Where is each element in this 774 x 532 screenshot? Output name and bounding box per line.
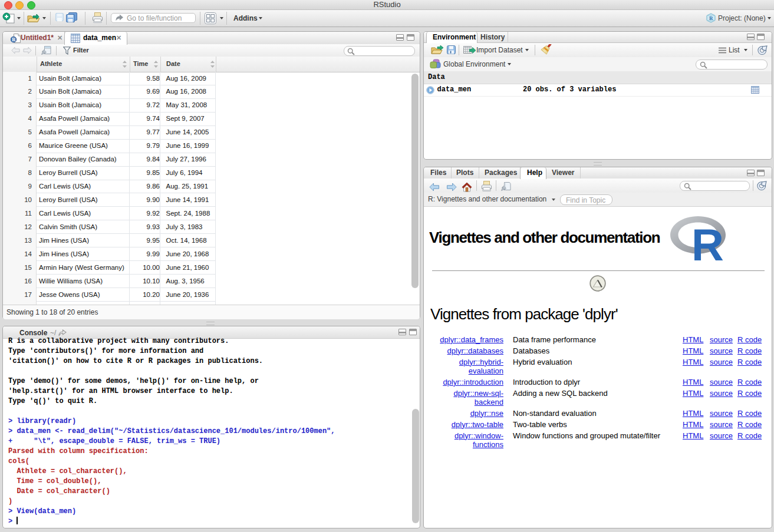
svg-text:R: R <box>691 220 724 261</box>
svg-text:R: R <box>12 37 16 42</box>
svg-text:R: R <box>709 15 713 21</box>
